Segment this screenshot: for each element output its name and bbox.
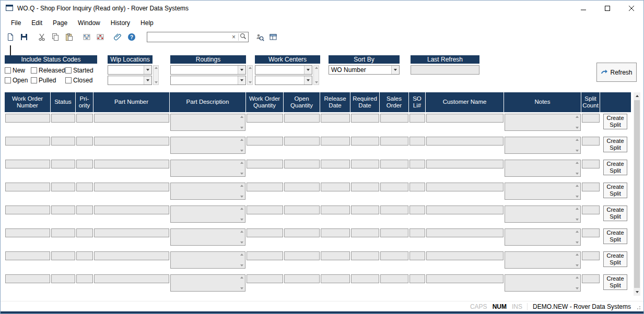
open-quantity-field[interactable] (284, 274, 320, 283)
release-date-field[interactable] (321, 274, 350, 283)
search-clear-icon[interactable]: × (230, 33, 237, 41)
chevron-down-icon[interactable] (144, 76, 151, 84)
chevron-down-icon[interactable] (304, 66, 312, 74)
menu-window[interactable]: Window (73, 17, 106, 29)
priority-field[interactable] (76, 251, 93, 260)
work-order-number-field[interactable] (5, 274, 50, 283)
checkbox-released[interactable]: Released (31, 67, 65, 74)
chevron-down-icon[interactable] (238, 66, 245, 74)
scroll-down-icon[interactable] (634, 288, 640, 296)
attachment-icon[interactable] (111, 31, 125, 43)
status-field[interactable] (51, 137, 75, 146)
required-date-field[interactable] (351, 251, 379, 260)
work-order-quantity-field[interactable] (247, 183, 283, 191)
customer-name-field[interactable] (426, 206, 504, 214)
table-layout-icon[interactable] (266, 31, 280, 43)
menu-history[interactable]: History (106, 17, 135, 29)
split-count-field[interactable] (582, 251, 600, 260)
required-date-field[interactable] (351, 274, 379, 283)
status-field[interactable] (51, 274, 75, 283)
part-number-field[interactable] (94, 228, 169, 237)
scrollbar-thumb[interactable] (634, 100, 640, 288)
work-order-quantity-field[interactable] (247, 251, 283, 260)
split-count-field[interactable] (582, 228, 600, 237)
chevron-down-icon[interactable] (144, 66, 151, 74)
part-description-field[interactable] (170, 114, 245, 131)
open-quantity-field[interactable] (284, 206, 320, 214)
part-number-field[interactable] (94, 137, 169, 146)
part-description-scroll-spinner[interactable] (239, 275, 244, 291)
work-order-quantity-field[interactable] (247, 228, 283, 237)
create-split-button[interactable]: Create Split (603, 114, 627, 129)
wip-location-dropdown-2[interactable] (108, 76, 152, 85)
work-order-number-field[interactable] (5, 137, 50, 146)
customer-name-field[interactable] (426, 160, 504, 168)
sales-order-field[interactable] (380, 206, 408, 214)
notes-field[interactable] (505, 251, 581, 269)
required-date-field[interactable] (351, 160, 379, 168)
person-search-icon[interactable] (253, 31, 266, 43)
open-quantity-field[interactable] (284, 228, 320, 237)
scroll-up-icon[interactable] (634, 92, 640, 100)
priority-field[interactable] (76, 183, 93, 191)
open-quantity-field[interactable] (284, 183, 320, 191)
priority-field[interactable] (76, 206, 93, 214)
release-date-field[interactable] (321, 206, 350, 214)
part-description-field[interactable] (170, 251, 245, 269)
checkbox-open[interactable]: Open (5, 77, 31, 84)
paste-icon[interactable] (62, 31, 76, 43)
part-number-field[interactable] (94, 183, 169, 191)
customer-name-field[interactable] (426, 183, 504, 191)
chevron-down-icon[interactable] (304, 76, 312, 84)
status-field[interactable] (51, 251, 75, 260)
so-line-field[interactable] (409, 274, 425, 283)
checkbox-started[interactable]: Started (65, 67, 97, 74)
part-description-scroll-spinner[interactable] (239, 252, 244, 268)
part-description-field[interactable] (170, 183, 245, 200)
part-number-field[interactable] (94, 251, 169, 260)
so-line-field[interactable] (409, 251, 425, 260)
open-quantity-field[interactable] (284, 114, 320, 123)
part-description-field[interactable] (170, 228, 245, 246)
so-line-field[interactable] (409, 114, 425, 123)
release-date-field[interactable] (321, 183, 350, 191)
chevron-down-icon[interactable] (238, 76, 245, 84)
required-date-field[interactable] (351, 206, 379, 214)
checkbox-released-box[interactable] (31, 67, 37, 74)
browse-grid-blue-icon[interactable] (80, 31, 93, 43)
work-center-dropdown-2[interactable] (255, 76, 312, 85)
resize-grip[interactable] (635, 303, 641, 310)
split-count-field[interactable] (582, 114, 600, 123)
part-description-field[interactable] (170, 206, 245, 223)
create-split-button[interactable]: Create Split (603, 160, 627, 175)
work-order-quantity-field[interactable] (247, 206, 283, 214)
priority-field[interactable] (76, 137, 93, 146)
work-order-quantity-field[interactable] (247, 114, 283, 123)
work-order-number-field[interactable] (5, 228, 50, 237)
sales-order-field[interactable] (380, 228, 408, 237)
part-description-field[interactable] (170, 274, 245, 292)
release-date-field[interactable] (321, 160, 350, 168)
part-number-field[interactable] (94, 206, 169, 214)
minimize-button[interactable] (571, 1, 595, 16)
part-number-field[interactable] (94, 114, 169, 123)
notes-field[interactable] (505, 137, 581, 154)
work-order-quantity-field[interactable] (247, 274, 283, 283)
customer-name-field[interactable] (426, 274, 504, 283)
maximize-button[interactable] (595, 1, 619, 16)
priority-field[interactable] (76, 228, 93, 237)
routings-spinner[interactable] (247, 65, 253, 85)
sort-by-dropdown[interactable]: WO Number (329, 65, 400, 75)
checkbox-open-box[interactable] (5, 77, 11, 83)
copy-icon[interactable] (49, 31, 62, 43)
create-split-button[interactable]: Create Split (603, 274, 627, 290)
search-input[interactable] (149, 33, 230, 41)
menu-page[interactable]: Page (48, 17, 73, 29)
customer-name-field[interactable] (426, 251, 504, 260)
menu-file[interactable]: File (6, 17, 26, 29)
status-field[interactable] (51, 206, 75, 214)
checkbox-closed-box[interactable] (65, 77, 72, 83)
open-quantity-field[interactable] (284, 137, 320, 146)
work-order-quantity-field[interactable] (247, 160, 283, 168)
help-icon[interactable]: ? (125, 31, 138, 43)
